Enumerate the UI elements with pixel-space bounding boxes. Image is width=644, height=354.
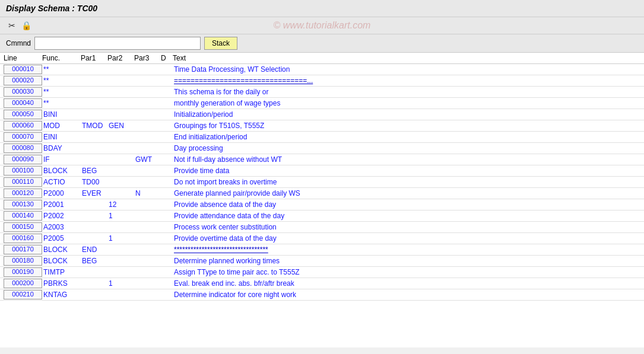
stack-button[interactable]: Stack (204, 37, 237, 50)
cell-line: 000130 (4, 200, 42, 209)
cell-par3: N (134, 189, 161, 198)
cell-text: End initialization/period (173, 132, 640, 142)
cell-func: BDAY (42, 143, 81, 153)
cell-text: Generate planned pair/provide daily WS (173, 189, 640, 198)
col-func: Func. (42, 54, 81, 62)
cell-par3 (134, 166, 161, 176)
cell-par1: END (81, 245, 107, 254)
cell-func: BLOCK (42, 245, 81, 254)
table-row[interactable]: 000040 ** monthly generation of wage typ… (0, 98, 644, 109)
table-row[interactable]: 000170 BLOCK END ***********************… (0, 244, 644, 256)
table-row[interactable]: 000180 BLOCK BEG Determine planned worki… (0, 256, 644, 267)
table-row[interactable]: 000080 BDAY Day processing (0, 143, 644, 154)
cell-d (161, 279, 173, 288)
cell-par2 (107, 267, 134, 277)
cell-par1 (81, 110, 107, 119)
cell-line: 000050 (4, 110, 42, 119)
cell-par3 (134, 200, 161, 209)
table-header: Line Func. Par1 Par2 Par3 D Text (0, 53, 644, 64)
cell-d (161, 121, 173, 130)
cell-par1 (81, 65, 107, 74)
table-row[interactable]: 000190 TIMTP Assign TType to time pair a… (0, 267, 644, 278)
cell-par2 (107, 166, 134, 176)
table-row[interactable]: 000120 P2000 EVER N Generate planned pai… (0, 188, 644, 199)
cell-text: Process work center substitution (173, 222, 640, 232)
table-row[interactable]: 000160 P2005 1 Provide overtime data of … (0, 233, 644, 244)
cell-par3 (134, 279, 161, 288)
cell-func: P2002 (42, 211, 81, 221)
watermark: © www.tutorialkart.com (274, 20, 371, 31)
table-row[interactable]: 000050 BINI Initialization/period (0, 109, 644, 120)
cell-par2 (107, 290, 134, 299)
cell-line: 000160 (4, 234, 42, 243)
table-row[interactable]: 000090 IF GWT Not if full-day absence wi… (0, 154, 644, 165)
cell-d (161, 189, 173, 198)
cell-func: A2003 (42, 222, 81, 232)
command-input[interactable] (34, 37, 201, 50)
cell-par3 (134, 132, 161, 142)
cell-line: 000110 (4, 177, 42, 187)
cell-func: ** (42, 65, 81, 74)
table-row[interactable]: 000150 A2003 Process work center substit… (0, 222, 644, 233)
cell-d (161, 76, 173, 85)
cell-par3 (134, 143, 161, 153)
cell-text: ================================... (173, 76, 640, 85)
cell-text: Initialization/period (173, 110, 640, 119)
col-d: D (161, 54, 173, 62)
cell-func: BLOCK (42, 166, 81, 176)
table-row[interactable]: 000110 ACTIO TD00 Do not import breaks i… (0, 177, 644, 188)
table-row[interactable]: 000070 EINI End initialization/period (0, 132, 644, 143)
cell-par2 (107, 155, 134, 164)
cell-par1: BEG (81, 166, 107, 176)
cell-text: Provide time data (173, 166, 640, 176)
table-row[interactable]: 000200 PBRKS 1 Eval. break end inc. abs.… (0, 278, 644, 289)
cell-func: ** (42, 98, 81, 108)
cell-par3 (134, 98, 161, 108)
cell-text: ********************************** (173, 245, 640, 254)
cell-func: TIMTP (42, 267, 81, 277)
table-row[interactable]: 000030 ** This schema is for the daily o… (0, 87, 644, 98)
col-line: Line (4, 54, 42, 62)
cell-par2 (107, 98, 134, 108)
cell-text: Provide attendance data of the day (173, 211, 640, 221)
cell-line: 000060 (4, 121, 42, 130)
cell-par3 (134, 290, 161, 299)
table-row[interactable]: 000210 KNTAG Determine indicator for cor… (0, 289, 644, 301)
table-row[interactable]: 000010 ** Time Data Processing, WT Selec… (0, 64, 644, 75)
cell-text: Eval. break end inc. abs. bfr/aftr break (173, 279, 640, 288)
cell-line: 000090 (4, 155, 42, 164)
cell-par1 (81, 155, 107, 164)
cell-d (161, 290, 173, 299)
cell-par2: 1 (107, 211, 134, 221)
table-row[interactable]: 000060 MOD TMOD GEN Groupings for T510S,… (0, 120, 644, 132)
lock-icon[interactable]: 🔒 (20, 20, 32, 31)
cell-par1 (81, 87, 107, 97)
col-par3: Par3 (134, 54, 161, 62)
cell-par1 (81, 267, 107, 277)
cell-par2 (107, 222, 134, 232)
cell-line: 000180 (4, 256, 42, 266)
col-par2: Par2 (107, 54, 134, 62)
cell-par3 (134, 211, 161, 221)
command-bar: Cmmnd Stack (0, 34, 644, 53)
cell-d (161, 132, 173, 142)
cell-par3 (134, 65, 161, 74)
table-row[interactable]: 000130 P2001 12 Provide absence data of … (0, 199, 644, 211)
table-row[interactable]: 000140 P2002 1 Provide attendance data o… (0, 211, 644, 222)
cell-line: 000040 (4, 98, 42, 108)
cell-par3 (134, 76, 161, 85)
cell-d (161, 155, 173, 164)
table-row[interactable]: 000100 BLOCK BEG Provide time data (0, 165, 644, 177)
cell-d (161, 267, 173, 277)
table-row[interactable]: 000020 ** ==============================… (0, 75, 644, 87)
cell-text: Day processing (173, 143, 640, 153)
scissors-icon[interactable]: ✂ (6, 20, 18, 31)
cell-par2 (107, 110, 134, 119)
cell-text: Provide overtime data of the day (173, 234, 640, 243)
cell-d (161, 200, 173, 209)
cell-par3 (134, 87, 161, 97)
cell-par2 (107, 132, 134, 142)
col-par1: Par1 (81, 54, 107, 62)
cell-func: IF (42, 155, 81, 164)
cell-func: ACTIO (42, 177, 81, 187)
